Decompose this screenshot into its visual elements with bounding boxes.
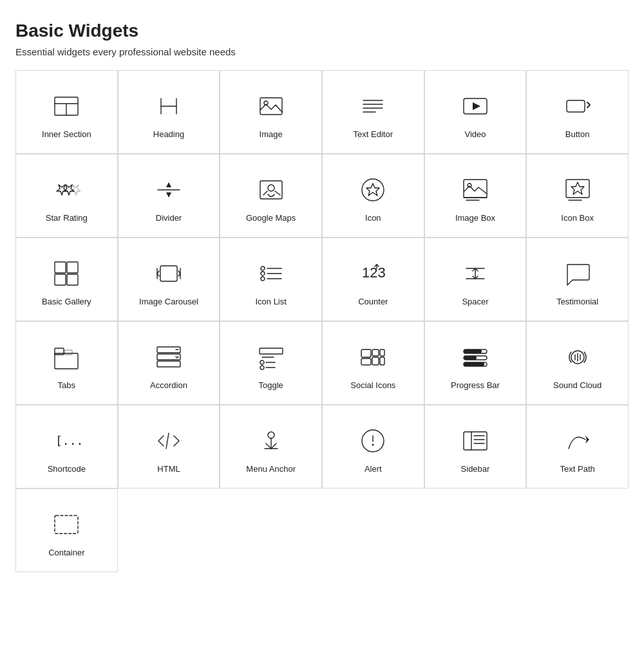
image-box-icon [460, 174, 491, 205]
svg-rect-59 [157, 361, 180, 367]
icon-list-icon [256, 258, 287, 289]
widget-card-image-box[interactable]: Image Box [424, 154, 527, 237]
widget-card-icon-list[interactable]: Icon List [220, 237, 322, 321]
widget-label-spacer: Spacer [462, 297, 488, 306]
accordion-icon [153, 342, 184, 373]
html-icon [153, 425, 184, 456]
svg-point-41 [261, 266, 265, 270]
widget-label-icon-box: Icon Box [561, 213, 594, 223]
widget-card-sidebar[interactable]: Sidebar [424, 405, 527, 489]
widget-card-star-rating[interactable]: Star Rating [15, 154, 118, 237]
svg-rect-74 [464, 349, 482, 353]
svg-marker-20 [166, 192, 171, 198]
menu-anchor-icon [256, 425, 287, 456]
widget-card-image-carousel[interactable]: Image Carousel [118, 237, 220, 321]
text-path-icon [562, 425, 593, 456]
sound-cloud-icon [562, 342, 593, 373]
svg-point-85 [268, 432, 274, 438]
svg-rect-69 [372, 349, 379, 356]
svg-rect-58 [157, 354, 180, 360]
widget-card-icon-box[interactable]: Icon Box [526, 154, 629, 237]
heading-icon [153, 91, 184, 122]
svg-line-23 [263, 191, 267, 195]
widget-card-tabs[interactable]: Tabs [15, 321, 118, 405]
widget-label-sidebar: Sidebar [461, 464, 490, 474]
svg-text:[...]: [...] [55, 434, 80, 447]
svg-rect-61 [260, 348, 283, 354]
widget-card-spacer[interactable]: Spacer [424, 237, 527, 321]
widget-card-sound-cloud[interactable]: Sound Cloud [526, 321, 629, 405]
icon-icon [357, 174, 388, 205]
widget-label-progress-bar: Progress Bar [451, 380, 500, 390]
widget-label-tabs: Tabs [58, 380, 75, 390]
svg-rect-71 [380, 349, 384, 356]
svg-rect-76 [464, 356, 477, 360]
widget-card-text-editor[interactable]: Text Editor [322, 70, 424, 154]
video-icon [460, 91, 491, 122]
widget-label-shortcode: Shortcode [48, 464, 86, 474]
widget-card-image[interactable]: Image [220, 70, 322, 154]
svg-line-84 [166, 433, 169, 449]
widget-card-html[interactable]: HTML [118, 405, 220, 489]
svg-rect-68 [361, 358, 371, 365]
widget-label-image: Image [260, 129, 283, 139]
google-maps-icon [256, 174, 287, 205]
widget-label-star-rating: Star Rating [46, 213, 88, 223]
widget-card-shortcode[interactable]: [...]Shortcode [15, 405, 118, 489]
widget-card-social-icons[interactable]: Social Icons [322, 321, 424, 405]
social-icons-icon [357, 342, 388, 373]
widget-label-button: Button [565, 129, 590, 139]
inner-section-icon [51, 91, 82, 122]
widget-card-progress-bar[interactable]: Progress Bar [424, 321, 527, 405]
widget-card-alert[interactable]: Alert [322, 405, 424, 489]
svg-marker-13 [473, 102, 480, 110]
svg-point-65 [260, 366, 264, 369]
star-rating-icon [51, 174, 82, 205]
widget-label-testimonial: Testimonial [556, 297, 598, 306]
svg-rect-21 [260, 181, 282, 199]
svg-point-63 [260, 360, 264, 364]
widget-label-alert: Alert [365, 464, 382, 474]
widget-card-container[interactable]: Container [15, 489, 118, 572]
svg-rect-91 [464, 432, 487, 450]
widget-card-counter[interactable]: 123Counter [322, 237, 424, 321]
widget-card-video[interactable]: Video [424, 70, 527, 154]
divider-icon [153, 174, 184, 205]
svg-point-45 [261, 277, 265, 281]
widget-card-heading[interactable]: Heading [118, 70, 220, 154]
widget-label-container: Container [48, 548, 84, 557]
widget-card-divider[interactable]: Divider [118, 154, 220, 237]
svg-line-24 [275, 191, 280, 195]
widget-card-testimonial[interactable]: Testimonial [526, 237, 629, 321]
widget-label-image-carousel: Image Carousel [139, 297, 198, 306]
tabs-icon [51, 342, 82, 373]
widget-label-divider: Divider [156, 213, 182, 223]
widget-label-icon-list: Icon List [255, 297, 286, 306]
image-icon [256, 91, 287, 122]
widget-label-text-editor: Text Editor [354, 129, 393, 139]
widget-card-accordion[interactable]: Accordion [118, 321, 220, 405]
basic-gallery-icon [51, 258, 82, 289]
svg-rect-97 [55, 516, 78, 534]
widget-label-html: HTML [157, 464, 180, 474]
spacer-icon [460, 258, 491, 289]
widget-card-icon[interactable]: Icon [322, 154, 424, 237]
widget-card-inner-section[interactable]: Inner Section [15, 70, 118, 154]
widget-label-text-path: Text Path [560, 464, 595, 474]
widget-label-inner-section: Inner Section [42, 129, 91, 139]
svg-marker-19 [166, 182, 171, 187]
widget-label-heading: Heading [153, 129, 184, 139]
widget-card-button[interactable]: Button [526, 70, 629, 154]
widget-card-basic-gallery[interactable]: Basic Gallery [15, 237, 118, 321]
sidebar-icon [460, 425, 491, 456]
alert-icon [357, 425, 388, 456]
progress-bar-icon [460, 342, 491, 373]
widget-card-menu-anchor[interactable]: Menu Anchor [220, 405, 322, 489]
svg-point-22 [268, 185, 274, 191]
widgets-grid: Inner SectionHeadingImageText EditorVide… [15, 70, 629, 572]
widget-label-icon: Icon [365, 213, 381, 223]
widget-card-toggle[interactable]: Toggle [220, 321, 322, 405]
widget-card-google-maps[interactable]: Google Maps [220, 154, 322, 237]
widget-card-text-path[interactable]: Text Path [526, 405, 629, 489]
svg-rect-78 [464, 362, 484, 366]
